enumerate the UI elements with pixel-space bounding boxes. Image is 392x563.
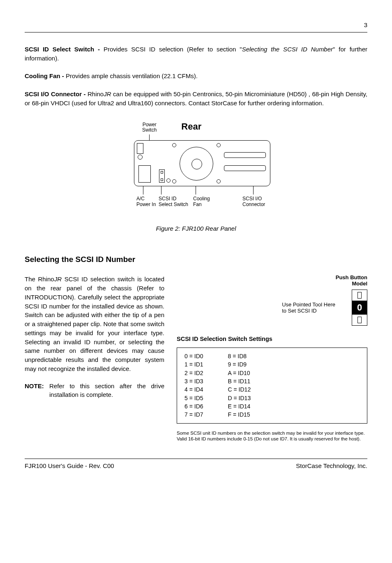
label-scsi-io: SCSI I/O Connector - (25, 90, 88, 97)
text: The Rhino (25, 276, 54, 283)
settings-footnote: Some SCSI unit ID numbers on the selecti… (177, 430, 367, 443)
label-cooling-fan: Cooling Fan - (25, 72, 66, 79)
note-block: NOTE: Refer to this section after the dr… (25, 382, 164, 400)
note-text: Refer to this section after the drive in… (49, 382, 164, 400)
ref-italic: Selecting the SCSI ID Number (242, 46, 333, 53)
note-label: NOTE: (25, 382, 49, 400)
label-cooling-fan-diagram: Cooling Fan (193, 196, 226, 208)
label-power-switch: Power Switch (142, 122, 157, 133)
id-switch-graphic: 0 (352, 290, 367, 326)
settings-col-2: 8 = ID8 9 = ID9 A = ID10 B = ID11 C = ID… (228, 352, 251, 419)
footer-right: StorCase Technology, Inc. (296, 461, 367, 470)
label-ac-power: A/C Power In (136, 196, 159, 208)
label-scsi-id-switch: SCSI ID Select Switch - (25, 46, 104, 53)
id-switch-display: 0 (352, 301, 367, 315)
product-jr: JR (54, 276, 62, 283)
switch-diagram: Use Pointed Tool Here to Set SCSI ID 0 (177, 290, 367, 326)
settings-table: 0 = ID0 1 = ID1 2 = ID2 3 = ID3 4 = ID4 … (177, 348, 367, 423)
settings-heading: SCSI ID Selection Switch Settings (177, 335, 367, 343)
label-push-button-model: Push Button Model (177, 275, 367, 287)
footer-left: FJR100 User's Guide - Rev. C00 (25, 461, 114, 470)
text: Rhino (88, 90, 104, 97)
page-number: 3 (25, 21, 367, 30)
paragraph-cooling-fan: Cooling Fan - Provides ample chassis ven… (25, 72, 367, 81)
paragraph-scsi-id-switch: SCSI ID Select Switch - Provides SCSI ID… (25, 45, 367, 63)
text: SCSI ID selection switch is located on t… (25, 276, 164, 372)
label-use-pointed-tool: Use Pointed Tool Here to Set SCSI ID (282, 301, 335, 314)
rear-panel-diagram (134, 140, 270, 186)
label-rear: Rear (181, 120, 201, 133)
figure-rear-panel: Power Switch Rear A/C Power In SCSI (25, 120, 367, 208)
paragraph-scsi-io-connector: SCSI I/O Connector - RhinoJR can be equi… (25, 90, 367, 108)
section-heading: Selecting the SCSI ID Number (25, 254, 367, 265)
page-footer: FJR100 User's Guide - Rev. C00 StorCase … (25, 459, 367, 470)
section-body: The RhinoJR SCSI ID selection switch is … (25, 275, 164, 442)
text: Provides SCSI ID selection (Refer to sec… (104, 46, 242, 53)
label-scsi-io-conn: SCSI I/O Connector (242, 196, 265, 208)
settings-col-1: 0 = ID0 1 = ID1 2 = ID2 3 = ID3 4 = ID4 … (184, 352, 203, 419)
label-scsi-id-select: SCSI ID Select Switch (159, 196, 191, 208)
product-jr: JR (104, 90, 111, 97)
figure-caption: Figure 2: FJR100 Rear Panel (25, 224, 367, 233)
text: Provides ample chassis ventilation (22.1… (66, 72, 198, 79)
top-rule (25, 32, 367, 32)
